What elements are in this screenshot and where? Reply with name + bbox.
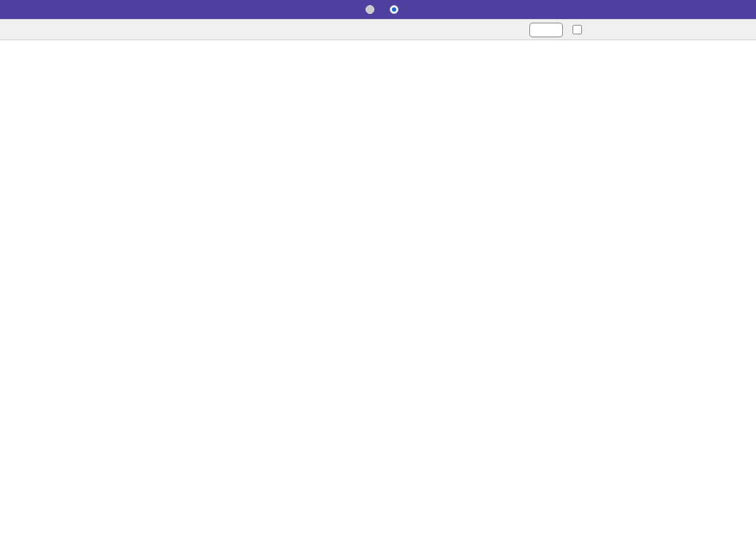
sections-container xyxy=(0,19,756,40)
filter-controls xyxy=(526,23,583,37)
radio-horizontal-layout[interactable] xyxy=(390,5,402,14)
same-venue-checkbox[interactable] xyxy=(572,25,583,34)
section-header-bar xyxy=(0,19,756,40)
app: { "top_bar": { "title": "近期战绩", "radios"… xyxy=(0,0,756,40)
radio-unchecked-icon xyxy=(366,5,374,14)
match-count-select[interactable] xyxy=(529,23,563,37)
radio-checked-icon xyxy=(390,5,398,14)
checkbox-icon xyxy=(572,25,582,34)
top-bar xyxy=(0,0,756,19)
radio-vertical-layout[interactable] xyxy=(366,5,378,14)
team-section xyxy=(0,19,756,40)
